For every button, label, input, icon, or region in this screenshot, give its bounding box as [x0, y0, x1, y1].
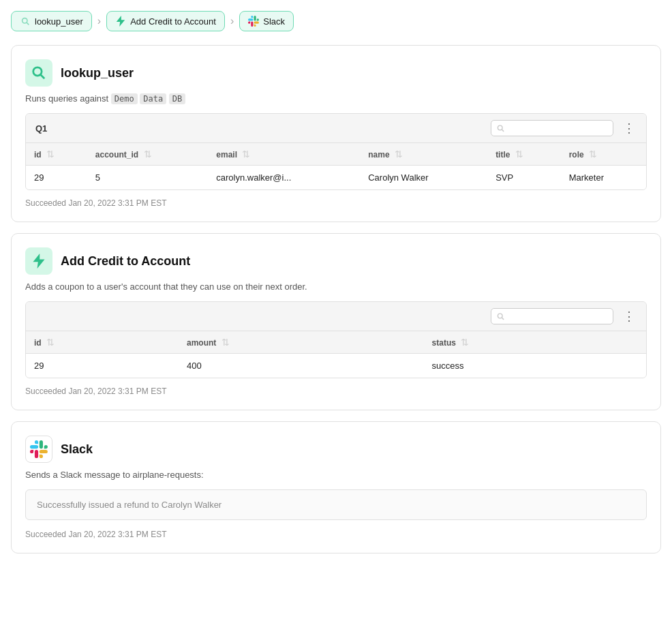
add-credit-table-toolbar: ⋮ [26, 302, 646, 331]
add-credit-icon-wrapper [25, 247, 52, 275]
add-credit-lightning-icon [31, 254, 46, 269]
col-name: name ⇅ [360, 143, 487, 166]
lookup-user-icon-wrapper [25, 59, 52, 87]
lookup-user-title: lookup_user [61, 66, 134, 80]
svg-line-4 [41, 75, 45, 79]
table-search-icon [497, 124, 505, 133]
slack-message-box: Successfully issued a refund to Carolyn … [25, 489, 647, 520]
cell-amount: 400 [179, 354, 424, 378]
lookup-user-card-header: lookup_user [25, 59, 647, 87]
lookup-user-table-header-row: id ⇅ account_id ⇅ email ⇅ name ⇅ title ⇅… [26, 143, 646, 166]
col-id: id ⇅ [26, 143, 87, 166]
svg-point-8 [498, 314, 502, 318]
lookup-user-query-label: Q1 [33, 123, 47, 134]
cell-name: Carolyn Walker [360, 166, 487, 190]
slack-logo-icon [30, 440, 48, 458]
cell-title: SVP [487, 166, 561, 190]
breadcrumb-sep-1: › [97, 15, 101, 27]
breadcrumb-label-lookup-user: lookup_user [35, 16, 83, 27]
slack-icon-wrapper [25, 436, 52, 463]
lightning-icon [115, 16, 126, 27]
col-id: id ⇅ [26, 331, 179, 354]
breadcrumb-item-slack[interactable]: Slack [239, 11, 294, 31]
add-credit-title: Add Credit to Account [61, 254, 190, 269]
lookup-user-status: Succeeded Jan 20, 2022 3:31 PM EST [25, 198, 647, 208]
lookup-user-table-toolbar: Q1 ⋮ [26, 114, 646, 143]
slack-title: Slack [61, 442, 93, 457]
svg-point-0 [22, 18, 27, 22]
breadcrumb-label-add-credit: Add Credit to Account [130, 16, 216, 27]
add-credit-card: Add Credit to Account Adds a coupon to a… [11, 233, 661, 410]
breadcrumb: lookup_user › Add Credit to Account › Sl… [11, 11, 661, 31]
svg-line-6 [502, 129, 504, 131]
desc-code-demo: Demo [111, 93, 138, 104]
lookup-user-desc: Runs queries against Demo Data DB [25, 93, 647, 104]
lookup-user-table: id ⇅ account_id ⇅ email ⇅ name ⇅ title ⇅… [26, 143, 646, 189]
svg-marker-2 [117, 16, 125, 27]
desc-code-data: Data [140, 93, 166, 104]
search-icon [20, 16, 31, 27]
cell-email: carolyn.walker@i... [208, 166, 360, 190]
slack-status: Succeeded Jan 20, 2022 3:31 PM EST [25, 530, 647, 539]
breadcrumb-item-add-credit[interactable]: Add Credit to Account [106, 11, 225, 31]
col-title: title ⇅ [487, 143, 561, 166]
cell-id: 29 [26, 166, 87, 190]
cell-account-id: 5 [87, 166, 208, 190]
lookup-user-search-icon [31, 65, 46, 80]
lookup-user-table-container: Q1 ⋮ id ⇅ account_id ⇅ email ⇅ name [25, 113, 647, 190]
col-role: role ⇅ [561, 143, 646, 166]
add-credit-search-input[interactable] [508, 312, 607, 321]
add-credit-table-container: ⋮ id ⇅ amount ⇅ status ⇅ 29 400 success [25, 301, 647, 378]
svg-line-9 [502, 317, 504, 319]
svg-point-5 [498, 125, 502, 130]
slack-card-header: Slack [25, 436, 647, 463]
cell-id: 29 [26, 354, 179, 378]
slack-card: Slack Sends a Slack message to airplane-… [11, 421, 661, 553]
lookup-user-card: lookup_user Runs queries against Demo Da… [11, 45, 661, 222]
add-credit-more-button[interactable]: ⋮ [619, 307, 639, 325]
add-credit-desc: Adds a coupon to a user's account that t… [25, 282, 647, 292]
lookup-user-more-button[interactable]: ⋮ [619, 119, 639, 137]
cell-role: Marketer [561, 166, 646, 190]
add-credit-search-box[interactable] [491, 308, 613, 324]
svg-line-1 [27, 22, 29, 25]
table-row: 29 400 success [26, 354, 646, 378]
add-credit-status: Succeeded Jan 20, 2022 3:31 PM EST [25, 386, 647, 396]
svg-marker-7 [33, 254, 44, 269]
col-amount: amount ⇅ [179, 331, 424, 354]
slack-desc: Sends a Slack message to airplane-reques… [25, 470, 647, 480]
col-email: email ⇅ [208, 143, 360, 166]
desc-code-db: DB [169, 93, 185, 104]
breadcrumb-sep-2: › [230, 15, 234, 27]
cell-status: success [424, 354, 646, 378]
col-status: status ⇅ [424, 331, 646, 354]
add-credit-card-header: Add Credit to Account [25, 247, 647, 275]
lookup-user-search-box[interactable] [491, 120, 613, 136]
col-account-id: account_id ⇅ [87, 143, 208, 166]
add-credit-table: id ⇅ amount ⇅ status ⇅ 29 400 success [26, 331, 646, 378]
add-credit-search-icon [497, 312, 505, 321]
breadcrumb-item-lookup-user[interactable]: lookup_user [11, 11, 92, 31]
breadcrumb-label-slack: Slack [263, 16, 285, 27]
slack-icon [248, 16, 259, 27]
add-credit-table-header-row: id ⇅ amount ⇅ status ⇅ [26, 331, 646, 354]
svg-point-3 [33, 67, 42, 76]
lookup-user-search-input[interactable] [508, 123, 607, 133]
table-row: 29 5 carolyn.walker@i... Carolyn Walker … [26, 166, 646, 190]
